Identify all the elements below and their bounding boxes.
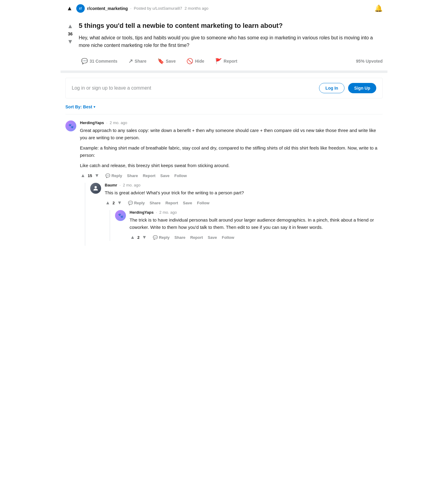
comment-body-baumr: Baumr · 2 mo. ago This is great advice! … (105, 183, 383, 246)
post-content: 5 things you'd tell a newbie to content … (79, 21, 383, 71)
comment-vote-count-baumr: 2 (113, 201, 115, 205)
top-bar: ▲ r/ r/content_marketing · Posted by u/L… (61, 0, 387, 17)
post-actions: 💬 31 Comments ↗ Share 🔖 Save 🚫 Hide 🚩 Re… (79, 54, 383, 71)
comment-downvote-herdingyaps[interactable]: ▼ (94, 172, 100, 179)
comment-actions-herdingyaps: ▲ 15 ▼ 💬 Reply Share Report Save Follow (80, 172, 383, 179)
avatar-herdingyaps-reply: 🐾 (115, 210, 126, 221)
comment-save-btn-herdingyaps-reply[interactable]: Save (206, 234, 219, 241)
report-icon: 🚩 (215, 58, 222, 64)
comment-reply-btn-herdingyaps[interactable]: 💬 Reply (104, 172, 124, 179)
post-body: Hey, what advice or tools, tips and habi… (79, 34, 383, 49)
section-divider (61, 71, 387, 73)
report-button[interactable]: 🚩 Report (213, 57, 240, 66)
comment-text-herdingyaps-p2: Example: a fishing shirt made of breatha… (80, 144, 383, 159)
save-icon: 🔖 (157, 58, 164, 64)
comment-actions-herdingyaps-reply: ▲ 2 ▼ 💬 Reply Share (130, 234, 383, 241)
avatar-herding-reply-bg: 🐾 (115, 210, 126, 221)
comment-dot-baumr: · (120, 183, 121, 187)
reply-label-herdingyaps-reply: Reply (159, 235, 170, 240)
vote-column: ▲ 36 ▼ (65, 21, 75, 46)
comment-upvote-herdingyaps-reply[interactable]: ▲ (130, 234, 136, 241)
sort-label[interactable]: Sort By: Best (65, 104, 92, 109)
report-label: Report (224, 59, 237, 64)
comment-body-herdingyaps-reply: HerdingYaps · 2 mo. ago The trick is to … (130, 210, 383, 241)
reply-icon-herdingyaps-reply: 💬 (153, 235, 158, 240)
post-title: 5 things you'd tell a newbie to content … (79, 21, 383, 30)
login-button[interactable]: Log In (319, 83, 344, 93)
comment-save-btn-herdingyaps[interactable]: Save (159, 172, 171, 179)
avatar-baumr-bg (90, 183, 101, 194)
reply-icon-baumr: 💬 (128, 201, 133, 205)
comment-vote-count-herdingyaps: 15 (88, 173, 92, 178)
login-box: Log in or sign up to leave a comment Log… (65, 78, 383, 98)
avatar-herding-bg: 🐾 (65, 120, 76, 131)
downvote-button[interactable]: ▼ (67, 38, 74, 46)
comment-body-herdingyaps: HerdingYaps · 2 mo. ago Great approach t… (80, 120, 383, 251)
comment-follow-btn-herdingyaps-reply[interactable]: Follow (220, 234, 236, 241)
post-time: 2 months ago (185, 6, 209, 11)
nested-comment-herdingyaps-reply: 🐾 HerdingYaps · 2 mo. ago The trick is t… (110, 210, 383, 241)
comment-vote-baumr: ▲ 2 ▼ (105, 199, 123, 206)
comment-downvote-herdingyaps-reply[interactable]: ▼ (141, 234, 147, 241)
comment-time-herdingyaps-val: 2 mo. ago (110, 120, 127, 125)
sort-chevron-icon[interactable]: ▾ (94, 105, 95, 109)
sort-bar: Sort By: Best ▾ (65, 104, 383, 114)
comment-follow-btn-herdingyaps[interactable]: Follow (173, 172, 189, 179)
reply-icon-herdingyaps: 💬 (105, 173, 110, 178)
comments-section: Log in or sign up to leave a comment Log… (61, 73, 387, 260)
comment-report-btn-herdingyaps-reply[interactable]: Report (188, 234, 205, 241)
comment-share-btn-herdingyaps-reply[interactable]: Share (173, 234, 187, 241)
comment-baumr: Baumr · 2 mo. ago This is great advice! … (90, 183, 383, 246)
comment-vote-herdingyaps: ▲ 15 ▼ (80, 172, 100, 179)
up-nav-arrow[interactable]: ▲ (65, 4, 74, 13)
hide-icon: 🚫 (186, 58, 193, 64)
post-header: ▲ 36 ▼ 5 things you'd tell a newbie to c… (61, 17, 387, 71)
comment-reply-btn-baumr[interactable]: 💬 Reply (126, 199, 147, 206)
nested-comment-baumr: Baumr · 2 mo. ago This is great advice! … (85, 183, 383, 246)
comment-author-herdingyaps[interactable]: HerdingYaps (80, 120, 104, 125)
comment-author-herdingyaps-reply[interactable]: HerdingYaps (130, 210, 153, 215)
save-label: Save (166, 59, 176, 64)
hide-button[interactable]: 🚫 Hide (184, 57, 206, 66)
signup-button[interactable]: Sign Up (348, 83, 376, 93)
hide-label: Hide (195, 59, 204, 64)
comment-share-btn-herdingyaps[interactable]: Share (125, 172, 140, 179)
comment-time-baumr: 2 mo. ago (123, 183, 140, 187)
comment-vote-count-herdingyaps-reply: 2 (137, 235, 140, 240)
reply-label-baumr: Reply (134, 201, 145, 205)
comment-meta-baumr: Baumr · 2 mo. ago (105, 183, 383, 187)
share-icon: ↗ (128, 58, 133, 64)
notification-bell-button[interactable]: 🔔 (374, 5, 383, 12)
comment-time-herdingyaps-reply: 2 mo. ago (159, 210, 177, 215)
comment-icon: 💬 (81, 58, 88, 64)
comment-text-herdingyaps-p3: Like catch and release, this breezy shir… (80, 162, 383, 169)
login-buttons: Log In Sign Up (319, 83, 376, 93)
posted-by: · (130, 6, 131, 11)
comment-upvote-baumr[interactable]: ▲ (105, 199, 111, 206)
comment-reply-btn-herdingyaps-reply[interactable]: 💬 Reply (151, 234, 171, 241)
comment-report-btn-baumr[interactable]: Report (163, 199, 180, 206)
subreddit-name[interactable]: r/content_marketing (87, 6, 128, 11)
comment-save-btn-baumr[interactable]: Save (181, 199, 194, 206)
comment-text-baumr: This is great advice! What's your trick … (105, 189, 383, 196)
comment-report-btn-herdingyaps[interactable]: Report (141, 172, 157, 179)
vote-count: 36 (68, 31, 73, 36)
reply-label-herdingyaps: Reply (111, 173, 122, 178)
comment-upvote-herdingyaps[interactable]: ▲ (80, 172, 86, 179)
comment-share-btn-baumr[interactable]: Share (148, 199, 162, 206)
upvote-button[interactable]: ▲ (67, 22, 74, 30)
posted-by-text: Posted by u/LostSamurai87 (134, 6, 182, 11)
comment-text-herdingyaps-reply: The trick is to have individual personas… (130, 216, 383, 231)
top-bar-left: ▲ r/ r/content_marketing · Posted by u/L… (65, 4, 209, 13)
comment-downvote-baumr[interactable]: ▼ (117, 199, 123, 206)
subreddit-icon: r/ (76, 4, 85, 13)
comment-dot-herdingyaps-reply: · (156, 210, 157, 215)
comments-button[interactable]: 💬 31 Comments (79, 57, 120, 66)
avatar-baumr (90, 183, 101, 194)
comment-follow-btn-baumr[interactable]: Follow (195, 199, 211, 206)
share-button[interactable]: ↗ Share (126, 57, 149, 66)
save-button[interactable]: 🔖 Save (155, 57, 178, 66)
upvote-percentage: 95% Upvoted (356, 59, 383, 64)
comment-herdingyaps-top: 🐾 HerdingYaps · 2 mo. ago Great approach… (65, 120, 383, 251)
comment-author-baumr[interactable]: Baumr (105, 183, 117, 187)
